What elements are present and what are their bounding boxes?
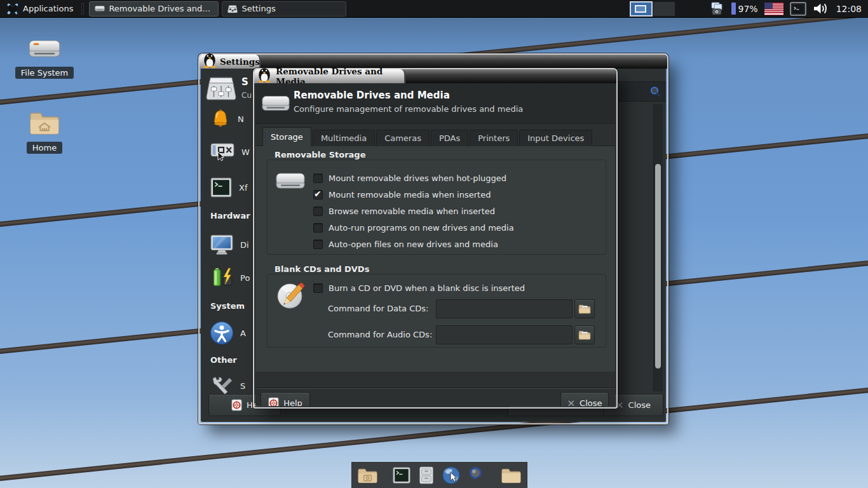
- volume-icon[interactable]: [813, 2, 829, 15]
- dialog-titlebar[interactable]: Removable Drives and Media: [254, 69, 616, 83]
- settings-item-display[interactable]: Di: [210, 233, 249, 256]
- workspace-2[interactable]: [653, 1, 675, 17]
- option-burn-cd[interactable]: Burn a CD or DVD when a blank disc is in…: [313, 280, 525, 296]
- keyboard-layout-flag-us[interactable]: [764, 3, 783, 15]
- settings-header-subtitle: Cu: [241, 91, 252, 100]
- globe-browser-icon: [442, 466, 461, 485]
- settings-section-other: Other: [210, 355, 237, 365]
- audio-cds-input[interactable]: [436, 325, 573, 344]
- removable-storage-section-title: Removable Storage: [275, 150, 365, 159]
- settings-item-window-manager[interactable]: W: [210, 140, 250, 163]
- applications-menu-button[interactable]: Applications: [0, 0, 79, 18]
- accessibility-icon: [210, 321, 234, 345]
- settings-search-input[interactable]: [616, 81, 666, 102]
- battery-indicator[interactable]: 97%: [731, 3, 758, 15]
- removable-drives-dialog: Removable Drives and Media Removable Dri…: [253, 68, 618, 409]
- data-cds-input[interactable]: [436, 299, 573, 318]
- window-manager-icon: [210, 142, 235, 162]
- file-cabinet-icon: [418, 466, 435, 485]
- terminal-icon: [210, 176, 233, 199]
- settings-item-power-manager[interactable]: Po: [210, 266, 250, 289]
- dock-terminal[interactable]: [392, 466, 411, 485]
- folder-image-icon: [357, 466, 378, 484]
- dialog-close-button[interactable]: Close: [560, 392, 609, 406]
- checkbox[interactable]: [313, 223, 323, 233]
- option-mount-drives-hotplug[interactable]: Mount removable drives when hot-plugged: [313, 170, 514, 186]
- dock-web-browser[interactable]: [442, 466, 461, 485]
- option-autorun-programs[interactable]: Auto-run programs on new drives and medi…: [313, 219, 514, 236]
- settings-manager-icon: [206, 72, 236, 102]
- search-icon: [468, 466, 487, 485]
- dock-file-manager[interactable]: [418, 466, 435, 485]
- blank-cds-frame: Burn a CD or DVD when a blank disc is in…: [267, 274, 606, 348]
- data-cds-browse-button[interactable]: [574, 299, 595, 318]
- tab-cameras[interactable]: Cameras: [376, 130, 430, 146]
- settings-item-notifications[interactable]: N: [210, 107, 244, 130]
- help-icon: [268, 397, 279, 406]
- checkbox[interactable]: [313, 283, 323, 293]
- tab-storage[interactable]: Storage: [262, 127, 311, 146]
- removable-drive-icon: [261, 93, 290, 114]
- option-mount-media-inserted[interactable]: Mount removable media when inserted: [313, 186, 514, 203]
- dock: [351, 462, 527, 488]
- power-icon: [210, 266, 234, 289]
- dialog-title: Removable Drives and Media: [294, 90, 450, 101]
- settings-window-title: Settings: [220, 57, 260, 67]
- settings-item-accessibility[interactable]: A: [210, 322, 246, 344]
- folder-open-icon: [578, 329, 591, 341]
- panel-separator: [81, 3, 84, 15]
- hard-drive-icon: [28, 36, 61, 62]
- workspace-switcher[interactable]: [630, 1, 675, 17]
- audio-cds-browse-button[interactable]: [574, 325, 595, 344]
- taskbar-button-removable-drives[interactable]: Removable Drives and ...: [89, 1, 219, 17]
- tux-penguin-icon: [257, 65, 271, 83]
- option-browse-media-inserted[interactable]: Browse removable media when inserted: [313, 203, 514, 219]
- audio-cds-label: Command for Audio CDs:: [328, 325, 432, 344]
- folder-icon: [501, 466, 522, 484]
- wrench-icon: [210, 376, 234, 395]
- checkbox[interactable]: [313, 190, 323, 200]
- checkbox[interactable]: [313, 207, 323, 216]
- settings-manager-icon: [227, 4, 238, 13]
- dock-app-finder[interactable]: [468, 466, 487, 485]
- checkbox[interactable]: [313, 173, 323, 183]
- tab-printers[interactable]: Printers: [470, 130, 518, 146]
- dialog-footer-separator: [255, 388, 615, 389]
- taskbar-button-settings[interactable]: Settings: [222, 1, 346, 17]
- desktop-icon-label: File System: [15, 67, 74, 79]
- help-icon: [231, 399, 242, 411]
- tab-pdas[interactable]: PDAs: [431, 130, 468, 146]
- desktop-icon-filesystem[interactable]: File System: [9, 36, 80, 79]
- settings-item-terminal[interactable]: Xf: [210, 176, 247, 199]
- dock-screenshots-folder[interactable]: [357, 466, 378, 484]
- clock[interactable]: 12:08: [835, 4, 862, 14]
- tab-input-devices[interactable]: Input Devices: [519, 130, 592, 146]
- removable-storage-frame: Mount removable drives when hot-plugged …: [267, 159, 606, 255]
- dock-folder[interactable]: [501, 466, 522, 484]
- screenshot-tray-icon[interactable]: [710, 1, 725, 17]
- dialog-subtitle: Configure management of removable drives…: [294, 104, 523, 114]
- dialog-help-button[interactable]: Help: [261, 392, 310, 406]
- cd-burn-icon: [276, 281, 306, 310]
- blank-cds-section-title: Blank CDs and DVDs: [275, 264, 369, 274]
- battery-bar-icon: [731, 3, 736, 15]
- removable-drive-icon: [275, 170, 306, 192]
- data-cds-label: Command for Data CDs:: [328, 299, 428, 318]
- dialog-header: Removable Drives and Media Configure man…: [255, 83, 615, 124]
- notifications-bell-icon: [210, 108, 231, 130]
- display-icon: [210, 234, 234, 255]
- terminal-icon: [392, 466, 411, 485]
- settings-section-hardware: Hardwar: [210, 211, 250, 220]
- dialog-body: Removable Drives and Media Configure man…: [255, 83, 615, 406]
- settings-header-title: S: [241, 76, 248, 88]
- keyboard-indicator-icon[interactable]: [790, 2, 806, 16]
- dialog-tab-strip: Storage Multimedia Cameras PDAs Printers…: [255, 124, 615, 146]
- removable-drive-icon: [95, 4, 105, 13]
- desktop-icon-label: Home: [27, 142, 62, 154]
- tab-multimedia[interactable]: Multimedia: [313, 130, 375, 146]
- checkbox[interactable]: [313, 240, 323, 249]
- option-autoopen-files[interactable]: Auto-open files on new drives and media: [313, 236, 514, 252]
- settings-scrollbar-thumb[interactable]: [655, 164, 661, 369]
- workspace-1[interactable]: [630, 1, 653, 17]
- desktop-icon-home[interactable]: Home: [9, 108, 80, 154]
